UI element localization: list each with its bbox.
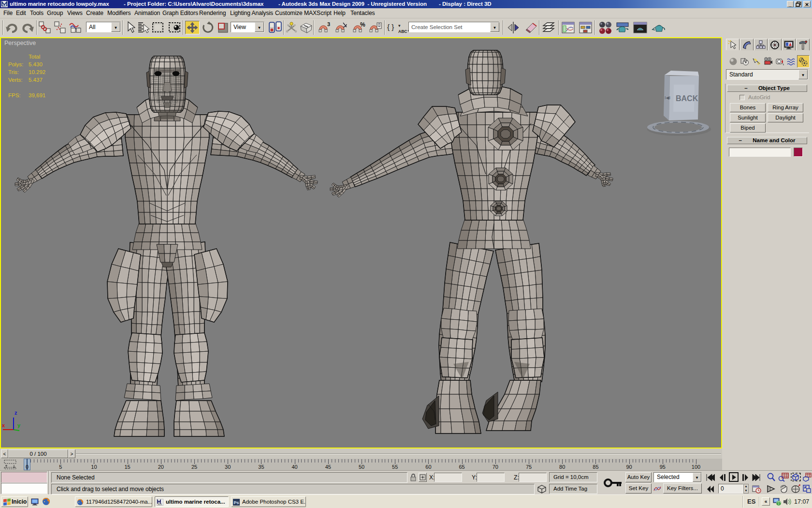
svg-text:z: z	[14, 410, 17, 416]
svg-text:3DS: 3DS	[158, 503, 162, 506]
svg-text:x: x	[2, 422, 5, 428]
svg-text:Ps: Ps	[234, 500, 239, 505]
svg-text:y: y	[17, 422, 21, 428]
svg-text:BACK: BACK	[676, 94, 698, 103]
svg-text:I◀I: I◀I	[665, 95, 670, 100]
